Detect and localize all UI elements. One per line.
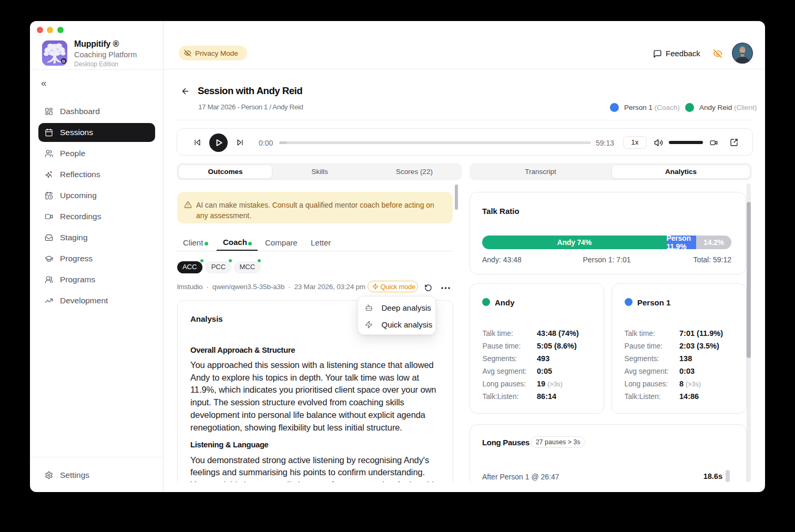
svg-text:D: D — [62, 59, 65, 64]
